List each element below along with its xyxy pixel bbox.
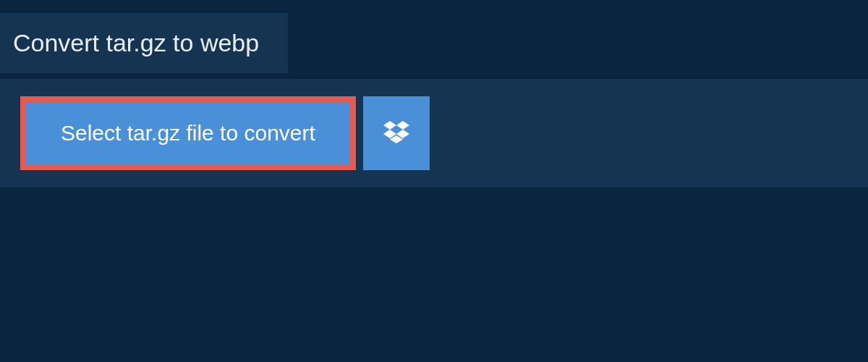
dropbox-button[interactable] [363,96,430,170]
dropbox-icon [383,121,409,146]
upload-panel: Select tar.gz file to convert [0,79,868,188]
page-title: Convert tar.gz to webp [13,29,259,57]
header-tab: Convert tar.gz to webp [0,13,288,73]
select-file-label: Select tar.gz file to convert [61,121,315,146]
select-file-button[interactable]: Select tar.gz file to convert [20,96,356,170]
button-row: Select tar.gz file to convert [20,96,868,170]
